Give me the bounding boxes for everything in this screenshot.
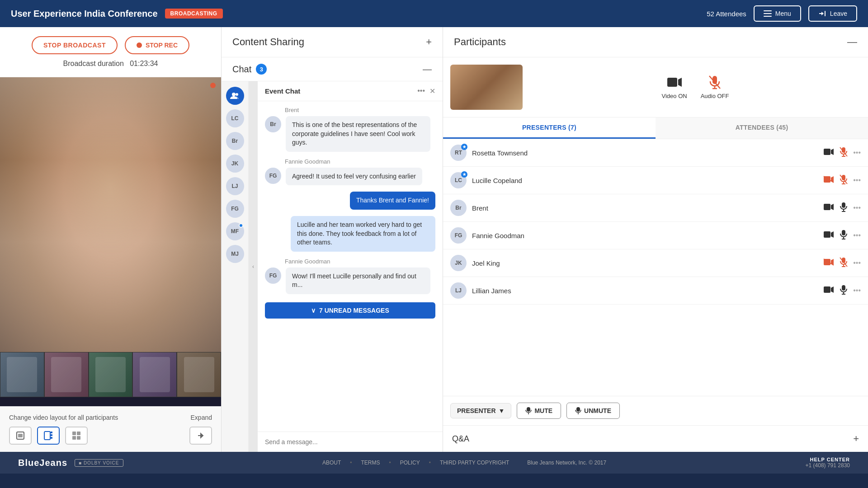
footer-link-about[interactable]: ABOUT <box>322 460 341 466</box>
layout-single-button[interactable] <box>9 427 32 445</box>
svg-marker-38 <box>831 204 834 210</box>
chat-input[interactable] <box>265 438 435 446</box>
msg-avatar-brent: Br <box>265 116 281 132</box>
sidebar-avatar-mj[interactable]: MJ <box>226 245 244 263</box>
participants-tabs: PRESENTERS (7) ATTENDEES (45) <box>443 117 868 139</box>
dolby-badge: ■ DOLBY VOICE <box>75 459 123 467</box>
svg-rect-8 <box>51 434 52 436</box>
attendees-count: 52 Attendees <box>707 10 746 18</box>
svg-rect-1 <box>764 13 772 14</box>
message-group-brent: Brent Br This is one of the best represe… <box>265 107 435 152</box>
sidebar-avatar-br[interactable]: Br <box>226 132 244 150</box>
mic-icon-jk <box>840 257 848 269</box>
svg-point-17 <box>236 93 238 96</box>
participant-name-rt: Rosetta Townsend <box>472 149 818 157</box>
sidebar-avatar-lc[interactable]: LC <box>226 109 244 127</box>
mic-icon-rt <box>840 147 848 159</box>
mic-icon-lj <box>840 285 848 297</box>
participant-icons-rt: ••• <box>823 147 861 159</box>
video-icon-rt <box>823 148 834 158</box>
presenter-dropdown[interactable]: PRESENTER ▼ <box>450 403 511 418</box>
tab-presenters[interactable]: PRESENTERS (7) <box>443 117 656 139</box>
thumbnail-4[interactable] <box>132 352 177 397</box>
right-panel: Participants — Video ON <box>443 27 868 452</box>
chat-title-area: Chat 3 <box>232 64 267 75</box>
footer-logo: BlueJeans <box>18 458 67 468</box>
mute-button[interactable]: MUTE <box>517 403 561 419</box>
star-badge-rt: ★ <box>461 144 467 150</box>
footer-links: ABOUT • TERMS • POLICY • THIRD PARTY COP… <box>123 460 806 466</box>
thumbnail-1[interactable] <box>0 352 44 397</box>
stop-broadcast-button[interactable]: STOP BROADCAST <box>32 36 118 54</box>
participant-row: Br Brent ••• <box>443 194 868 222</box>
participants-collapse-icon[interactable]: — <box>847 36 857 48</box>
mic-icon-lc <box>840 174 848 187</box>
more-icon-lj[interactable]: ••• <box>853 286 861 295</box>
footer-copyright: Blue Jeans Network, Inc. © 2017 <box>527 460 606 466</box>
more-icon-br[interactable]: ••• <box>853 204 861 212</box>
qa-section: Q&A + <box>443 425 868 452</box>
sidebar-avatar-mf[interactable]: MF <box>226 222 244 240</box>
broadcast-controls: STOP BROADCAST STOP REC Broadcast durati… <box>0 27 221 77</box>
message-group-fannie1: Fannie Goodman FG Agreed! It used to fee… <box>265 158 435 186</box>
msg-bubble-thanks-own: Thanks Brent and Fannie! <box>350 192 435 210</box>
chat-collapse-icon[interactable]: — <box>423 64 432 75</box>
unmute-button[interactable]: UNMUTE <box>566 403 620 419</box>
sidebar-avatar-fg[interactable]: FG <box>226 200 244 218</box>
footer-link-policy[interactable]: POLICY <box>400 460 420 466</box>
svg-rect-44 <box>842 230 845 235</box>
svg-rect-42 <box>824 231 830 238</box>
layout-expand-arrow-button[interactable] <box>189 427 212 445</box>
layout-top: Change video layout for all participants… <box>9 414 212 421</box>
sidebar-avatar-jk[interactable]: JK <box>226 155 244 173</box>
add-content-icon[interactable]: + <box>426 36 432 48</box>
thumbnail-2[interactable] <box>44 352 89 397</box>
microphone-off-icon <box>708 75 721 89</box>
participant-icons-lj: ••• <box>823 285 861 297</box>
message-sender-brent: Brent <box>265 107 435 113</box>
sidebar-avatar-lj[interactable]: LJ <box>226 177 244 195</box>
footer-link-terms[interactable]: TERMS <box>361 460 380 466</box>
participant-row: JK Joel King ••• <box>443 249 868 277</box>
svg-marker-15 <box>202 434 203 437</box>
layout-grid-button[interactable] <box>65 427 88 445</box>
layout-speaker-icon <box>43 431 53 441</box>
chat-sidebar: LC Br JK LJ FG MF MJ <box>222 81 249 452</box>
svg-rect-2 <box>764 16 772 17</box>
tab-attendees[interactable]: ATTENDEES (45) <box>656 117 868 139</box>
svg-point-16 <box>232 93 236 96</box>
thumbnail-3[interactable] <box>89 352 133 397</box>
svg-rect-61 <box>576 407 580 412</box>
chat-title: Chat <box>232 64 251 75</box>
qa-add-icon[interactable]: + <box>853 433 859 445</box>
svg-rect-5 <box>18 434 23 437</box>
audio-off-label: Audio OFF <box>701 93 729 99</box>
stop-rec-button[interactable]: STOP REC <box>125 36 189 54</box>
unread-messages-banner[interactable]: ∨ 7 UNREAD MESSAGES <box>265 302 435 319</box>
expand-button[interactable]: Expand <box>191 414 212 421</box>
participant-avatar-fg: FG <box>450 227 467 244</box>
more-icon-jk[interactable]: ••• <box>853 259 861 267</box>
video-container <box>0 77 221 406</box>
thumbnail-5[interactable] <box>177 352 221 397</box>
participant-name-lc: Lucille Copeland <box>472 177 818 184</box>
chat-collapse-arrow[interactable]: ‹ <box>249 81 258 452</box>
chat-sidebar-event[interactable] <box>226 87 244 105</box>
svg-rect-56 <box>842 285 845 291</box>
broadcast-duration: Broadcast duration 01:23:34 <box>63 60 158 68</box>
broadcasting-badge: BROADCASTING <box>165 9 223 19</box>
more-icon-lc[interactable]: ••• <box>853 176 861 184</box>
participants-title: Participants <box>454 36 506 48</box>
event-chat-close-icon[interactable]: ✕ <box>429 87 435 95</box>
event-chat-more-icon[interactable]: ••• <box>417 87 425 95</box>
audio-off-icon <box>706 75 724 89</box>
more-icon-fg[interactable]: ••• <box>853 231 861 239</box>
footer-link-thirdparty[interactable]: THIRD PARTY COPYRIGHT <box>440 460 509 466</box>
menu-button[interactable]: Menu <box>754 5 801 22</box>
leave-button[interactable]: Leave <box>808 5 857 22</box>
own-message-lucille: Lucille and her team worked very hard to… <box>265 216 435 252</box>
more-icon-rt[interactable]: ••• <box>853 149 861 157</box>
chat-main: Event Chat ••• ✕ Brent Br This is on <box>258 81 443 452</box>
message-row-brent: Br This is one of the best representatio… <box>265 116 435 152</box>
layout-speaker-button[interactable] <box>37 427 60 445</box>
